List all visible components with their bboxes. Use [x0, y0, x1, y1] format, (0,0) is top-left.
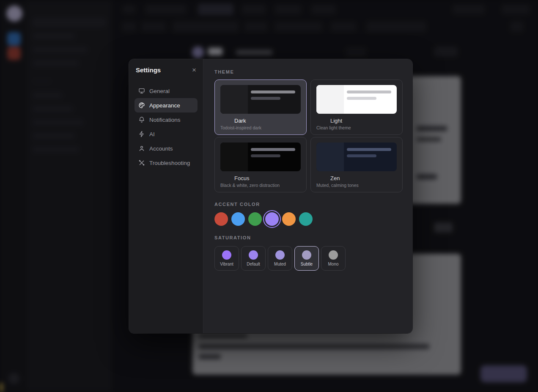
saturation-label: Vibrant — [220, 262, 233, 266]
appearance-settings-panel: THEME Dark Todoist-inspired dark — [203, 59, 412, 333]
theme-card-light[interactable]: Light Clean light theme — [310, 79, 403, 135]
nav-item-label: General — [149, 88, 170, 94]
saturation-label: Muted — [274, 262, 286, 266]
nav-item-label: Accounts — [149, 145, 173, 152]
theme-description: Black & white, zero distraction — [220, 183, 301, 188]
tools-icon — [138, 159, 145, 166]
nav-item-ai[interactable]: AI — [134, 127, 198, 141]
nav-item-general[interactable]: General — [134, 84, 198, 98]
theme-options: Dark Todoist-inspired dark Light Clean l… — [214, 79, 401, 192]
settings-nav-panel: Settings × General Appearance — [129, 59, 203, 333]
saturation-swatch — [329, 250, 338, 260]
theme-description: Clean light theme — [316, 125, 397, 130]
nav-item-label: Appearance — [149, 102, 180, 109]
nav-item-notifications[interactable]: Notifications — [134, 112, 198, 127]
theme-name: Light — [330, 118, 397, 124]
theme-preview — [316, 143, 397, 171]
accent-swatch-purple[interactable] — [265, 212, 279, 226]
theme-preview — [316, 85, 397, 114]
accent-color-section-label: ACCENT COLOR — [214, 202, 401, 207]
nav-item-label: Troubleshooting — [149, 160, 190, 166]
theme-card-focus[interactable]: Focus Black & white, zero distraction — [214, 137, 307, 192]
saturation-swatch — [222, 250, 231, 260]
settings-nav: General Appearance Notifications — [134, 84, 198, 170]
accent-color-options — [214, 212, 401, 226]
accent-swatch-orange[interactable] — [282, 212, 296, 226]
theme-card-zen[interactable]: Zen Muted, calming tones — [310, 137, 403, 192]
saturation-label: Subtle — [301, 262, 313, 266]
settings-modal: Settings × General Appearance — [129, 59, 412, 333]
theme-name: Zen — [330, 175, 397, 181]
theme-description: Muted, calming tones — [316, 183, 397, 188]
theme-name: Dark — [234, 118, 301, 124]
saturation-label: Default — [247, 262, 260, 266]
accent-swatch-green[interactable] — [248, 212, 262, 226]
theme-preview — [220, 143, 301, 171]
saturation-swatch — [275, 250, 285, 260]
bell-icon — [138, 116, 145, 123]
saturation-card-vibrant[interactable]: Vibrant — [214, 246, 239, 271]
person-icon — [138, 145, 145, 152]
saturation-options: Vibrant Default Muted Subtle Mono — [214, 246, 401, 271]
nav-item-label: Notifications — [149, 117, 181, 123]
theme-name: Focus — [234, 175, 301, 181]
monitor-icon — [138, 88, 145, 94]
nav-item-label: AI — [149, 131, 155, 137]
saturation-section-label: SATURATION — [214, 235, 401, 240]
saturation-card-muted[interactable]: Muted — [268, 246, 292, 271]
accent-swatch-red[interactable] — [214, 212, 228, 226]
saturation-swatch — [249, 250, 258, 260]
theme-card-dark[interactable]: Dark Todoist-inspired dark — [214, 79, 307, 135]
saturation-card-default[interactable]: Default — [241, 246, 266, 271]
saturation-card-mono[interactable]: Mono — [321, 246, 346, 271]
accent-swatch-blue[interactable] — [231, 212, 245, 226]
close-icon[interactable]: × — [192, 66, 196, 74]
saturation-card-subtle[interactable]: Subtle — [294, 246, 319, 271]
theme-section-label: THEME — [214, 69, 401, 74]
saturation-swatch — [302, 250, 311, 260]
lightning-icon — [138, 131, 145, 137]
theme-preview — [220, 85, 301, 114]
theme-description: Todoist-inspired dark — [220, 125, 301, 130]
nav-item-accounts[interactable]: Accounts — [134, 141, 198, 156]
nav-item-troubleshooting[interactable]: Troubleshooting — [134, 156, 198, 170]
accent-swatch-teal[interactable] — [299, 212, 313, 226]
saturation-label: Mono — [328, 262, 338, 266]
settings-title: Settings — [136, 66, 161, 74]
app-window: Settings × General Appearance — [0, 0, 538, 392]
palette-icon — [138, 102, 145, 109]
nav-item-appearance[interactable]: Appearance — [134, 98, 198, 112]
